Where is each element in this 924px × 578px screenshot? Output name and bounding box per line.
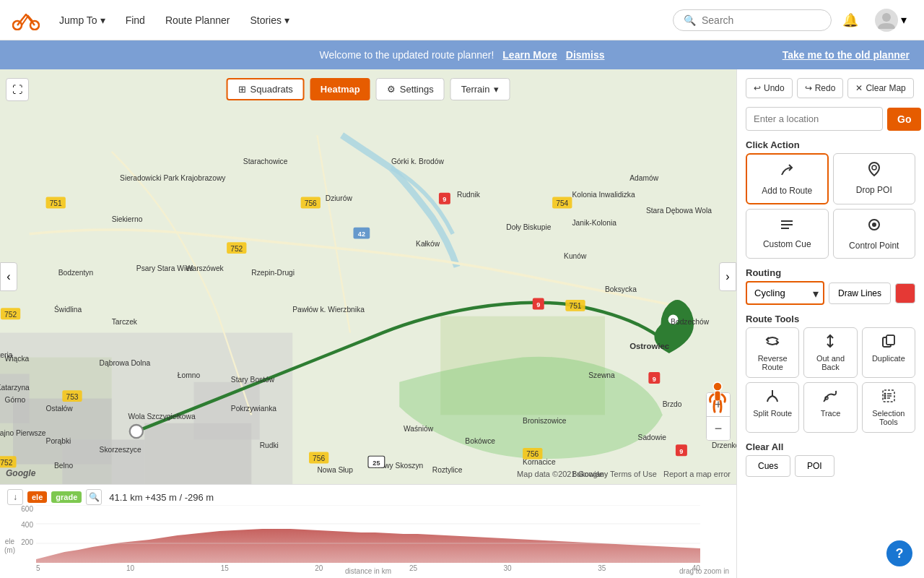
- ele-badge: ele: [27, 491, 47, 503]
- routing-row: Cycling Draw Lines: [746, 281, 915, 305]
- nav-route-planner[interactable]: Route Planner: [158, 10, 237, 30]
- nav-find[interactable]: Find: [118, 10, 152, 30]
- draw-lines-button[interactable]: Draw Lines: [829, 282, 891, 304]
- svg-point-102: [872, 165, 876, 170]
- chevron-right-icon: ›: [725, 270, 729, 283]
- elevation-chart[interactable]: 600 400 200: [36, 505, 700, 563]
- map-pan-left-button[interactable]: ‹: [0, 262, 17, 291]
- grid-icon: ⊞: [238, 84, 246, 95]
- svg-text:Rudnik: Rudnik: [457, 191, 481, 199]
- elevation-download-button[interactable]: ↓: [7, 489, 23, 505]
- svg-text:752: 752: [4, 311, 17, 319]
- split-icon: [764, 389, 780, 406]
- heatmap-button[interactable]: Heatmap: [310, 78, 370, 100]
- svg-text:753: 753: [66, 393, 78, 401]
- svg-point-107: [872, 223, 876, 227]
- pegman-control[interactable]: [707, 381, 728, 412]
- undo-button[interactable]: ↩ Undo: [746, 78, 793, 98]
- svg-text:Rzepin-Drugi: Rzepin-Drugi: [251, 269, 295, 277]
- svg-text:Ostałów: Ostałów: [46, 405, 74, 413]
- nav-stories[interactable]: Stories ▾: [243, 10, 297, 30]
- undo-icon: ↩: [754, 83, 761, 93]
- map-background[interactable]: ⊞ Squadrats Heatmap ⚙ Settings Terrain ▾…: [0, 69, 736, 484]
- svg-text:Dąbrowa Dolna: Dąbrowa Dolna: [100, 359, 151, 367]
- zoom-out-button[interactable]: −: [707, 417, 730, 440]
- custom-cue-button[interactable]: Custom Cue: [746, 209, 829, 259]
- terrain-button[interactable]: Terrain ▾: [450, 78, 510, 100]
- elevation-area: ↓ ele grade 🔍 41.1 km +435 m / -296 m: [0, 484, 736, 578]
- svg-point-12: [130, 425, 143, 438]
- notifications-button[interactable]: 🔔: [837, 7, 863, 33]
- split-route-button[interactable]: Split Route: [746, 382, 799, 433]
- go-button[interactable]: Go: [887, 108, 921, 131]
- dismiss-link[interactable]: Dismiss: [566, 49, 605, 61]
- settings-button[interactable]: ⚙ Settings: [376, 78, 445, 100]
- svg-point-118: [884, 393, 886, 395]
- add-to-route-button[interactable]: Add to Route: [746, 153, 829, 204]
- user-menu[interactable]: ▾: [869, 6, 912, 35]
- svg-text:Stara Dębowa Wola: Stara Dębowa Wola: [646, 207, 712, 215]
- map-expand-button[interactable]: ⛶: [6, 78, 29, 101]
- svg-text:Dziurów: Dziurów: [326, 194, 353, 202]
- top-navigation: Jump To ▾ Find Route Planner Stories ▾ 🔍…: [0, 0, 924, 40]
- svg-text:Wola Szczygiełkowa: Wola Szczygiełkowa: [128, 413, 196, 420]
- reverse-route-button[interactable]: Reverse Route: [746, 327, 799, 378]
- logo[interactable]: [12, 6, 40, 35]
- reverse-icon: [764, 334, 780, 351]
- svg-text:Górno: Górno: [5, 396, 26, 404]
- chevron-left-icon: ‹: [6, 270, 10, 283]
- x-axis-label: distance in km: [345, 567, 391, 575]
- map-area[interactable]: ⊞ Squadrats Heatmap ⚙ Settings Terrain ▾…: [0, 69, 736, 578]
- svg-text:Ostrowiec: Ostrowiec: [629, 342, 669, 350]
- trace-icon: [822, 389, 838, 406]
- svg-text:Skorzeszyce: Skorzeszyce: [100, 446, 141, 454]
- old-planner-link[interactable]: Take me to the old planner: [783, 49, 910, 61]
- location-input[interactable]: [746, 107, 883, 131]
- duplicate-button[interactable]: Duplicate: [862, 327, 915, 378]
- avatar: [875, 9, 898, 32]
- svg-text:Kałków: Kałków: [416, 240, 440, 248]
- svg-text:756: 756: [305, 199, 317, 207]
- trace-button[interactable]: Trace: [803, 382, 857, 433]
- selection-tools-button[interactable]: Selection Tools: [862, 382, 915, 433]
- svg-text:Stary Bostów: Stary Bostów: [231, 376, 275, 384]
- search-bar[interactable]: 🔍: [673, 9, 832, 31]
- svg-rect-98: [715, 391, 720, 401]
- redo-button[interactable]: ↪ Redo: [797, 78, 844, 98]
- close-icon: ✕: [855, 83, 863, 93]
- cue-icon: [779, 217, 795, 235]
- route-color-swatch[interactable]: [895, 283, 915, 303]
- clear-map-button[interactable]: ✕ Clear Map: [847, 78, 913, 98]
- gear-icon: ⚙: [387, 84, 396, 95]
- routing-section: Routing Cycling Draw Lines: [746, 267, 915, 305]
- help-button[interactable]: ?: [886, 540, 912, 566]
- chevron-down-icon: ▾: [901, 13, 907, 27]
- routing-type-wrapper: Cycling: [746, 281, 824, 305]
- svg-text:9: 9: [653, 376, 656, 383]
- redo-icon: ↪: [805, 83, 812, 93]
- search-input[interactable]: [702, 14, 817, 26]
- nav-jump-to[interactable]: Jump To ▾: [52, 10, 113, 30]
- drop-poi-button[interactable]: Drop POI: [833, 153, 916, 204]
- svg-text:Sieradowicki Park Krajobrazowy: Sieradowicki Park Krajobrazowy: [120, 174, 226, 182]
- clear-cues-button[interactable]: Cues: [746, 455, 790, 477]
- out-and-back-button[interactable]: Out and Back: [803, 327, 857, 378]
- svg-text:42: 42: [358, 230, 365, 238]
- selection-icon: [881, 389, 896, 406]
- svg-text:Siekierno: Siekierno: [112, 215, 143, 223]
- control-point-button[interactable]: Control Point: [833, 209, 916, 259]
- svg-text:Brzdo: Brzdo: [663, 400, 682, 408]
- svg-text:Pokrzywianka: Pokrzywianka: [231, 405, 277, 413]
- squadrats-button[interactable]: ⊞ Squadrats: [227, 78, 305, 100]
- svg-text:Janik-Kolonia: Janik-Kolonia: [572, 219, 616, 227]
- svg-text:Rudki: Rudki: [260, 441, 279, 449]
- map-pan-right-button[interactable]: ›: [719, 262, 736, 291]
- elevation-zoom-button[interactable]: 🔍: [86, 489, 102, 505]
- promo-banner: Welcome to the updated route planner! Le…: [0, 40, 924, 69]
- drag-zoom-tip: drag to zoom in: [679, 567, 729, 575]
- routing-type-select[interactable]: Cycling: [746, 281, 824, 305]
- route-icon: [779, 162, 795, 181]
- clear-poi-button[interactable]: POI: [795, 455, 834, 477]
- svg-rect-110: [886, 335, 894, 345]
- learn-more-link[interactable]: Learn More: [502, 49, 557, 61]
